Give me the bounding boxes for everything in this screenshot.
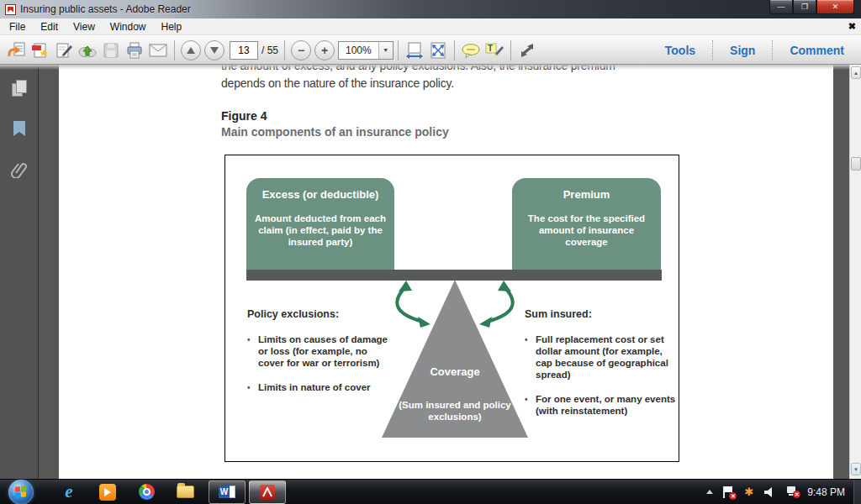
- email-button[interactable]: [146, 39, 170, 62]
- cloud-upload-icon: [77, 42, 98, 59]
- taskbar-explorer[interactable]: [168, 480, 202, 504]
- taskbar-clock[interactable]: 9:48 PM: [807, 486, 845, 498]
- minimize-button[interactable]: —: [769, 0, 793, 14]
- double-arrow-icon: [476, 281, 522, 328]
- send-online-button[interactable]: [76, 39, 99, 62]
- list-item: •Full replacement cost or set dollar amo…: [525, 333, 678, 381]
- open-file-button[interactable]: [5, 39, 29, 62]
- highlight-text-icon: T: [484, 42, 504, 59]
- toolbar-separator: [398, 40, 399, 60]
- taskbar-word-button[interactable]: W: [209, 480, 246, 504]
- attachments-button[interactable]: [0, 152, 39, 186]
- create-pdf-button[interactable]: [29, 39, 52, 62]
- speech-bubble-icon: [461, 43, 481, 58]
- vertical-scrollbar[interactable]: ▲ ▼: [849, 65, 861, 479]
- network-status-button[interactable]: ✕: [785, 486, 797, 497]
- print-button[interactable]: [123, 39, 146, 62]
- fullscreen-arrows-icon: [518, 42, 536, 59]
- adobe-reader-window: Insuring public assets - Adobe Reader — …: [0, 0, 861, 504]
- fit-width-icon: [405, 42, 424, 59]
- open-file-icon: [8, 42, 26, 59]
- premium-box: Premium The cost for the specified amoun…: [512, 178, 661, 270]
- fit-width-button[interactable]: [403, 39, 426, 62]
- folder-icon: [177, 486, 194, 498]
- taskbar-internet-explorer[interactable]: e: [52, 480, 86, 504]
- list-item: •Limits on causes of damage or loss (for…: [247, 333, 395, 369]
- figure-title: Main components of an insurance policy: [221, 125, 449, 139]
- scroll-down-button[interactable]: ▼: [851, 463, 861, 475]
- windows-taskbar: e W ✕: [0, 479, 861, 504]
- volume-button[interactable]: [763, 486, 775, 498]
- page-thumbnails-button[interactable]: [0, 71, 39, 105]
- menu-view[interactable]: View: [66, 19, 103, 34]
- system-tray: ✕ ✱ ✕ 9:48 PM: [701, 480, 861, 504]
- sign-button[interactable]: Sign: [718, 44, 767, 57]
- restore-button[interactable]: ❐: [793, 0, 816, 14]
- comment-button[interactable]: Comment: [778, 44, 856, 57]
- start-button[interactable]: [8, 480, 34, 504]
- close-button[interactable]: ✕: [816, 0, 854, 14]
- zoom-out-button[interactable]: −: [291, 40, 311, 60]
- activity-indicator[interactable]: ✱: [744, 486, 753, 498]
- action-center-button[interactable]: ✕: [723, 486, 734, 498]
- speaker-icon: [763, 486, 775, 498]
- menu-help[interactable]: Help: [154, 19, 190, 34]
- list-item: •Limits in nature of cover: [247, 381, 395, 394]
- dotted-separator: [712, 40, 713, 60]
- chevron-down-icon[interactable]: ▼: [378, 42, 393, 59]
- arrow-down-icon: [210, 47, 219, 54]
- tools-button[interactable]: Tools: [653, 44, 707, 57]
- sign-document-button[interactable]: [52, 39, 76, 62]
- show-desktop-button[interactable]: [853, 480, 861, 504]
- menu-file[interactable]: File: [2, 19, 33, 34]
- body-text-line: the amount of excess, and any policy exc…: [221, 65, 615, 72]
- page-number-input[interactable]: [230, 41, 258, 60]
- save-button[interactable]: [99, 39, 123, 62]
- menu-window[interactable]: Window: [103, 19, 154, 34]
- zoom-level-select[interactable]: 100% ▼: [338, 41, 394, 60]
- policy-exclusions-list: Policy exclusions: •Limits on causes of …: [247, 308, 395, 407]
- paperclip-icon: [11, 160, 28, 178]
- fullscreen-button[interactable]: [515, 39, 539, 62]
- media-player-icon: [99, 484, 116, 501]
- toolbar-separator: [174, 40, 175, 60]
- sign-document-icon: [55, 42, 73, 59]
- bookmarks-button[interactable]: [0, 112, 39, 145]
- pdf-app-icon: [5, 4, 16, 15]
- chrome-icon: [139, 484, 155, 500]
- toolbar: / 55 − + 100% ▼ T Tools Sign: [0, 35, 861, 65]
- toolbar-separator: [284, 40, 285, 60]
- document-canvas[interactable]: the amount of excess, and any policy exc…: [40, 65, 849, 479]
- menu-edit[interactable]: Edit: [33, 19, 66, 34]
- scrollbar-thumb[interactable]: [851, 157, 861, 171]
- internet-explorer-icon: e: [65, 481, 72, 502]
- pdf-page[interactable]: the amount of excess, and any policy exc…: [59, 65, 833, 479]
- coverage-subtitle: (Sum insured and policy exclusions): [388, 399, 522, 423]
- activity-icon: ✱: [744, 486, 753, 498]
- window-controls: — ❐ ✕: [769, 0, 854, 14]
- menubar-close-icon[interactable]: ✖: [848, 21, 856, 32]
- add-comment-button[interactable]: [459, 39, 483, 62]
- body-text-line: depends on the nature of the insurance p…: [221, 76, 454, 90]
- word-icon: W: [219, 486, 235, 498]
- highlight-text-button[interactable]: T: [483, 39, 506, 62]
- scroll-up-button[interactable]: ▲: [851, 66, 861, 79]
- taskbar-chrome[interactable]: [129, 480, 163, 504]
- title-bar: Insuring public assets - Adobe Reader — …: [0, 0, 861, 18]
- dotted-separator: [772, 40, 773, 60]
- show-hidden-icons-button[interactable]: [706, 490, 713, 494]
- svg-text:T: T: [488, 44, 493, 53]
- excess-box: Excess (or deductible) Amount deducted f…: [246, 178, 394, 270]
- sum-insured-list: Sum insured: •Full replacement cost or s…: [525, 308, 678, 429]
- taskbar-adobe-reader-button[interactable]: [249, 480, 286, 504]
- bullet-icon: •: [247, 333, 258, 369]
- taskbar-media-player[interactable]: [91, 480, 124, 504]
- adobe-reader-icon: [260, 485, 275, 500]
- fit-page-icon: [430, 42, 446, 59]
- figure-label: Figure 4: [221, 109, 267, 123]
- next-page-button[interactable]: [204, 40, 224, 60]
- previous-page-button[interactable]: [181, 40, 201, 60]
- figure-diagram: Excess (or deductible) Amount deducted f…: [224, 155, 679, 462]
- zoom-in-button[interactable]: +: [314, 40, 335, 60]
- fit-page-button[interactable]: [426, 39, 450, 62]
